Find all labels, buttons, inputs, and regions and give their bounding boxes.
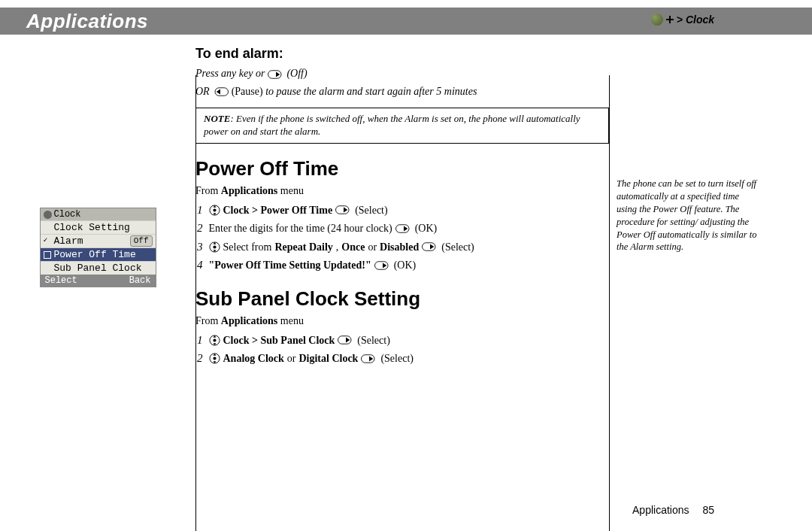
breadcrumb-prefix: > xyxy=(677,14,683,26)
power-off-heading: Power Off Time xyxy=(195,157,609,181)
step-1: 1 Clock > Power Off Time (Select) xyxy=(197,202,609,219)
footer-page: 85 xyxy=(702,504,714,516)
step-2: 2 Analog Clock or Digital Clock (Select) xyxy=(197,350,609,367)
divider-right xyxy=(609,75,610,531)
note-body: : Even if the phone is switched off, whe… xyxy=(204,113,580,137)
sub-panel-steps: 1 Clock > Sub Panel Clock (Select) 2 Ana… xyxy=(195,332,609,367)
sub-panel-heading: Sub Panel Clock Setting xyxy=(195,287,609,311)
step-2: 2 Enter the digits for the time (24 hour… xyxy=(197,220,609,237)
note-box: NOTE: Even if the phone is switched off,… xyxy=(195,108,609,144)
nav-dpad-icon xyxy=(209,353,220,364)
softkey-left-label: Select xyxy=(45,275,77,286)
header-title: Applications xyxy=(26,10,148,33)
softkey-right-icon xyxy=(268,69,284,80)
end-alarm-line1: Press any key or (Off) xyxy=(195,66,609,81)
clock-icon xyxy=(44,211,52,219)
phone-menu-item: Alarm Off xyxy=(41,234,156,247)
nav-dpad-icon xyxy=(209,241,220,253)
breadcrumb-label: Clock xyxy=(686,14,714,26)
step-1: 1 Clock > Sub Panel Clock (Select) xyxy=(197,332,609,349)
softkey-right-label: Back xyxy=(129,275,151,286)
softkey-right-icon xyxy=(338,335,354,345)
phone-menu-item-selected: Power Off Time xyxy=(41,247,156,261)
phone-menu-title: Clock xyxy=(54,209,81,220)
phone-menu-header: Clock xyxy=(41,208,156,220)
end-alarm-heading: To end alarm: xyxy=(195,46,609,62)
end-alarm-line2: OR (Pause) to pause the alarm and start … xyxy=(195,84,609,99)
step-3: 3 Select from Repeat Daily, Once or Disa… xyxy=(197,238,609,256)
footer-section: Applications xyxy=(632,504,689,516)
softkey-right-icon xyxy=(335,205,352,215)
phone-menu-screenshot: Clock Clock Setting Alarm Off Power Off … xyxy=(40,208,156,287)
phone-menu-item: Clock Setting xyxy=(41,220,156,234)
phone-softkeys: Select Back xyxy=(41,275,156,287)
nav-dpad-icon xyxy=(209,335,220,346)
softkey-right-icon xyxy=(395,223,412,234)
note-lead: NOTE xyxy=(204,113,230,124)
alarm-status-badge: Off xyxy=(130,235,153,247)
softkey-left-icon xyxy=(212,86,229,97)
softkey-right-icon xyxy=(374,260,391,271)
power-off-steps: 1 Clock > Power Off Time (Select) 2 Ente… xyxy=(195,202,609,274)
divider-left xyxy=(195,75,196,531)
footer: Applications 85 xyxy=(632,504,714,516)
nav-dpad-icon xyxy=(209,205,220,216)
from-applications-line: From Applications menu xyxy=(195,185,609,197)
plus-icon xyxy=(666,16,674,23)
globe-icon xyxy=(651,14,663,26)
phone-menu-item: Sub Panel Clock xyxy=(41,261,156,275)
softkey-right-icon xyxy=(422,241,438,252)
step-4: 4 "Power Off Time Setting Updated!" (OK) xyxy=(197,256,609,274)
softkey-right-icon xyxy=(361,353,377,364)
breadcrumb: > Clock xyxy=(651,14,714,26)
from-applications-line: From Applications menu xyxy=(195,315,609,327)
phone-menu-item-label: Alarm xyxy=(54,235,83,247)
side-note: The phone can be set to turn itself off … xyxy=(617,178,774,253)
